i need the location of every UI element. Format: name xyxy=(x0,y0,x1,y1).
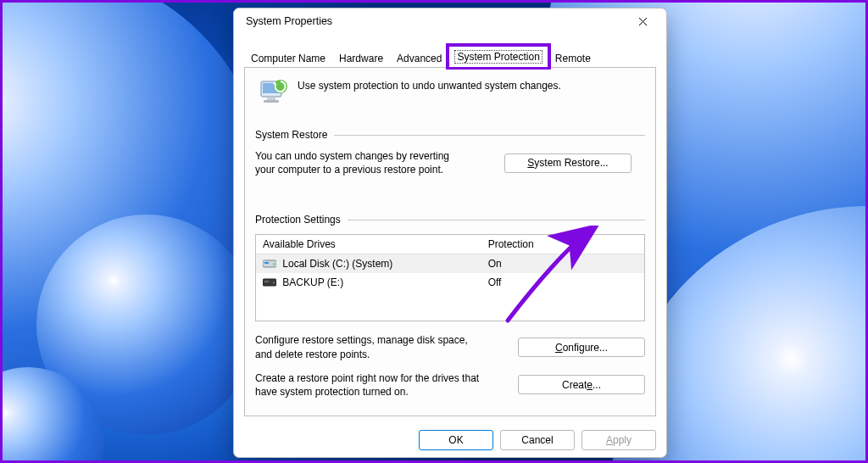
drives-header: Available Drives Protection xyxy=(256,235,644,254)
drive-protection: Off xyxy=(481,273,644,292)
svg-rect-2 xyxy=(267,97,275,100)
drive-name: Local Disk (C:) (System) xyxy=(282,258,392,270)
cancel-button[interactable]: Cancel xyxy=(500,430,575,450)
dialog-title: System Properties xyxy=(246,15,332,27)
tab-advanced[interactable]: Advanced xyxy=(390,48,448,68)
configure-text: Configure restore settings, manage disk … xyxy=(255,333,481,360)
system-restore-button[interactable]: System Restore... xyxy=(504,153,632,173)
tab-computer-name[interactable]: Computer Name xyxy=(244,48,332,68)
close-icon xyxy=(638,17,648,26)
system-protection-icon xyxy=(255,76,287,109)
system-properties-dialog: System Properties Computer Name Hardware… xyxy=(233,8,667,458)
close-button[interactable] xyxy=(624,8,661,34)
ok-button[interactable]: OK xyxy=(419,430,493,450)
col-available-drives[interactable]: Available Drives xyxy=(256,235,481,254)
dialog-button-bar: OK Cancel Apply xyxy=(234,423,666,457)
tab-panel-system-protection: Use system protection to undo unwanted s… xyxy=(244,67,656,416)
intro-text: Use system protection to undo unwanted s… xyxy=(298,76,561,92)
svg-rect-6 xyxy=(264,262,269,264)
configure-row: Configure restore settings, manage disk … xyxy=(255,333,645,360)
group-system-restore-title: System Restore xyxy=(255,129,327,141)
disk-icon xyxy=(263,259,276,268)
create-text: Create a restore point right now for the… xyxy=(255,371,481,399)
table-row[interactable]: Local Disk (C:) (System) On xyxy=(256,254,644,273)
svg-point-10 xyxy=(273,282,275,284)
svg-rect-9 xyxy=(264,281,269,282)
drives-body[interactable]: Local Disk (C:) (System) On BACKUP (E:) … xyxy=(256,254,644,321)
col-protection[interactable]: Protection xyxy=(481,235,644,254)
apply-button[interactable]: Apply xyxy=(581,430,656,450)
system-restore-row: You can undo system changes by reverting… xyxy=(255,149,645,176)
group-protection-settings-title: Protection Settings xyxy=(255,214,341,226)
drive-name: BACKUP (E:) xyxy=(282,276,343,288)
drives-table: Available Drives Protection Local Disk (… xyxy=(255,234,645,321)
disk-icon xyxy=(263,277,276,287)
tab-system-protection[interactable]: System Protection xyxy=(448,46,548,67)
drive-protection: On xyxy=(481,254,644,273)
create-row: Create a restore point right now for the… xyxy=(255,371,645,399)
group-protection-settings-header: Protection Settings xyxy=(255,214,645,226)
system-restore-description: You can undo system changes by reverting… xyxy=(255,149,467,176)
tab-strip: Computer Name Hardware Advanced System P… xyxy=(234,34,666,67)
intro-row: Use system protection to undo unwanted s… xyxy=(255,76,645,109)
titlebar[interactable]: System Properties xyxy=(234,8,666,34)
svg-point-7 xyxy=(273,264,275,265)
configure-button[interactable]: Configure... xyxy=(518,337,645,357)
tab-remote[interactable]: Remote xyxy=(548,48,598,68)
svg-rect-3 xyxy=(264,100,279,103)
group-system-restore-header: System Restore xyxy=(255,129,645,141)
tab-hardware[interactable]: Hardware xyxy=(332,48,390,68)
table-row[interactable]: BACKUP (E:) Off xyxy=(256,273,644,292)
create-button[interactable]: Create... xyxy=(518,375,645,394)
